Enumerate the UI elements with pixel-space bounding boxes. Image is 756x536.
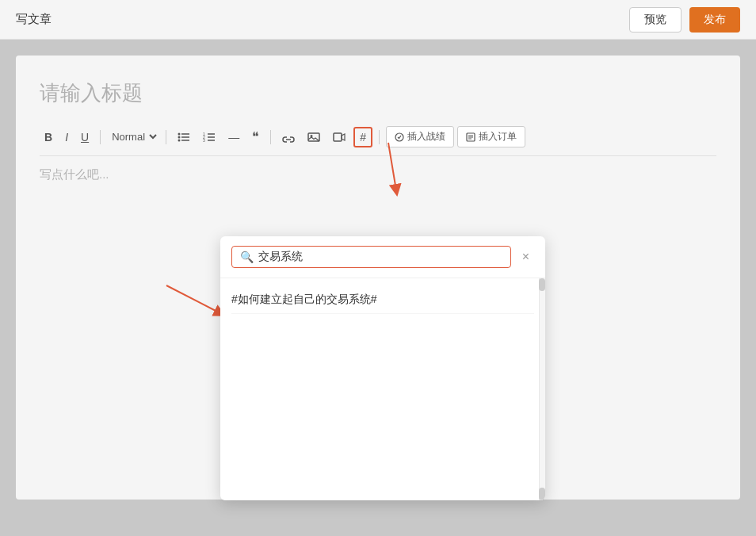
page-title: 写文章	[16, 12, 52, 27]
publish-button[interactable]: 发布	[689, 7, 740, 33]
hashtag-button[interactable]: #	[353, 127, 372, 147]
image-button[interactable]	[303, 128, 325, 146]
divider-button[interactable]: —	[223, 128, 244, 147]
hashtag-popup-header: 🔍 ×	[220, 236, 545, 278]
italic-button[interactable]: I	[60, 128, 73, 147]
hashtag-search-box[interactable]: 🔍	[231, 246, 511, 268]
hashtag-search-input[interactable]	[258, 251, 502, 263]
svg-text:3: 3	[203, 138, 205, 143]
app-header: 写文章 预览 发布	[0, 0, 756, 40]
video-button[interactable]	[328, 128, 350, 146]
toolbar-separator-3	[270, 130, 271, 144]
scrollbar	[539, 278, 545, 500]
bold-button[interactable]: B	[40, 128, 57, 147]
svg-point-3	[178, 132, 181, 135]
popup-close-button[interactable]: ×	[517, 247, 534, 267]
main-area: 请输入标题 B I U Normal 123 — ❝	[0, 40, 756, 536]
insert-battle-button[interactable]: 插入战绩	[386, 126, 454, 147]
insert-order-button[interactable]: 插入订单	[457, 126, 525, 147]
hashtag-popup: 🔍 × #如何建立起自己的交易系统#	[220, 236, 545, 500]
link-button[interactable]	[277, 128, 300, 146]
underline-button[interactable]: U	[76, 128, 94, 147]
editor-title-placeholder[interactable]: 请输入标题	[40, 79, 716, 107]
svg-rect-15	[334, 133, 342, 141]
editor-body[interactable]: 写点什么吧...	[40, 156, 716, 193]
svg-point-4	[178, 136, 181, 138]
toolbar-separator-2	[166, 130, 166, 144]
scrollbar-thumb-bottom[interactable]	[539, 488, 545, 500]
hashtag-results: #如何建立起自己的交易系统#	[220, 278, 545, 500]
scrollbar-thumb-top[interactable]	[539, 278, 545, 291]
toolbar-separator-4	[379, 130, 380, 144]
svg-point-5	[178, 139, 181, 141]
toolbar: B I U Normal 123 — ❝	[40, 126, 716, 156]
search-icon: 🔍	[240, 251, 254, 263]
style-select[interactable]: Normal	[107, 128, 159, 145]
hashtag-result-item[interactable]: #如何建立起自己的交易系统#	[231, 286, 534, 314]
unordered-list-button[interactable]	[173, 128, 195, 146]
ordered-list-button[interactable]: 123	[198, 128, 220, 146]
toolbar-separator-1	[100, 130, 101, 144]
header-actions: 预览 发布	[629, 7, 740, 33]
preview-button[interactable]: 预览	[629, 7, 682, 33]
quote-button[interactable]: ❝	[247, 126, 264, 147]
